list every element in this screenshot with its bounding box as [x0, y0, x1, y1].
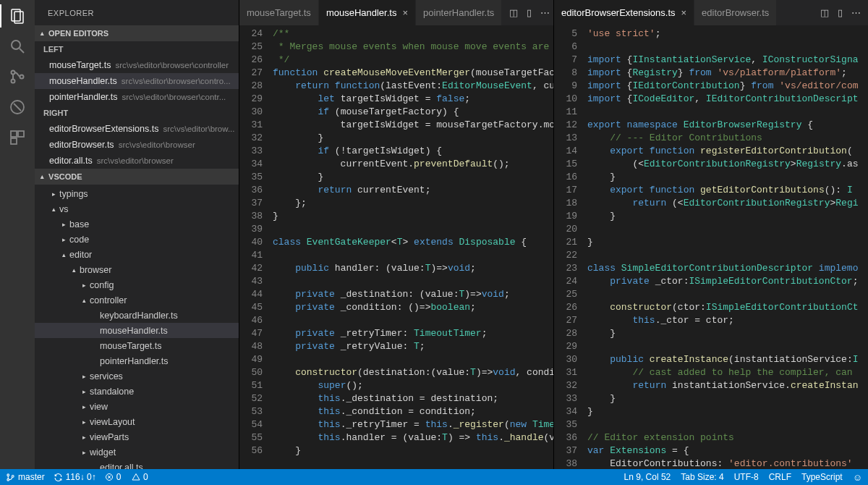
svg-point-4	[12, 71, 15, 75]
svg-point-5	[12, 80, 15, 83]
svg-rect-10	[18, 131, 24, 137]
editor-tab[interactable]: editorBrowser.ts	[694, 0, 777, 25]
close-icon[interactable]: ×	[681, 7, 687, 18]
editor-tab[interactable]: mouseHandler.ts×	[319, 0, 416, 25]
code-editor[interactable]: 5678910111213141516171819202122232425262…	[554, 25, 868, 469]
svg-point-12	[7, 473, 9, 476]
svg-point-14	[12, 475, 14, 477]
tree-item[interactable]: ▸widget	[35, 444, 239, 460]
editor-tab[interactable]: editorBrowserExtensions.ts×	[554, 0, 694, 25]
open-editor-item[interactable]: mouseHandler.tssrc\vs\editor\browser\con…	[35, 73, 239, 89]
tree-item[interactable]: ▸services	[35, 368, 239, 384]
editor-tab[interactable]: mouseTarget.ts	[239, 0, 319, 25]
search-icon[interactable]	[7, 36, 27, 56]
file-tree: ▸typings▴vs▸base▸code▴editor▴browser▸con…	[35, 185, 239, 469]
tree-item[interactable]: ▴vs	[35, 201, 239, 216]
sync-status[interactable]: 116↓ 0↑	[54, 472, 96, 482]
branch-status[interactable]: master	[6, 472, 45, 482]
close-icon[interactable]: ×	[402, 7, 408, 18]
status-bar: master 116↓ 0↑ 0 0 Ln 9, Col 52 Tab Size…	[0, 469, 868, 485]
tree-item[interactable]: ▸viewParts	[35, 429, 239, 444]
split-icon[interactable]: ◫	[509, 7, 518, 18]
tree-item[interactable]: editor.all.ts	[35, 460, 239, 469]
encoding-status[interactable]: UTF-8	[734, 472, 759, 483]
tab-bar: editorBrowserExtensions.ts×editorBrowser…	[554, 0, 868, 25]
more-icon[interactable]: ⋯	[540, 7, 550, 18]
open-editors-group: LEFT	[35, 41, 239, 57]
code-editor[interactable]: 2425262728293031323334353637383940414243…	[239, 25, 553, 469]
split-icon[interactable]: ◫	[820, 7, 829, 18]
svg-rect-11	[11, 138, 17, 144]
extensions-icon[interactable]	[7, 127, 27, 148]
language-status[interactable]: TypeScript	[801, 472, 843, 483]
tree-item[interactable]: ▴controller	[35, 292, 239, 308]
open-editors-group: RIGHT	[35, 105, 239, 121]
open-editor-item[interactable]: editor.all.tssrc\vs\editor\browser	[35, 153, 239, 169]
svg-point-2	[12, 41, 20, 49]
sidebar: EXPLORER ▴ OPEN EDITORS LEFTmouseTarget.…	[35, 0, 239, 469]
tree-item[interactable]: ▴editor	[35, 247, 239, 262]
open-editor-item[interactable]: mouseTarget.tssrc\vs\editor\browser\cont…	[35, 57, 239, 73]
tree-item[interactable]: ▸view	[35, 399, 239, 414]
tree-item[interactable]: ▸typings	[35, 186, 239, 201]
open-editor-item[interactable]: pointerHandler.tssrc\vs\editor\browser\c…	[35, 89, 239, 105]
indent-status[interactable]: Tab Size: 4	[681, 472, 723, 483]
feedback-icon[interactable]: ☺	[853, 472, 862, 483]
tree-item[interactable]: ▸viewLayout	[35, 414, 239, 429]
svg-line-3	[20, 48, 24, 53]
project-header[interactable]: ▴ VSCODE	[35, 169, 239, 185]
svg-rect-9	[11, 131, 17, 137]
eol-status[interactable]: CRLF	[769, 472, 791, 483]
layout-icon[interactable]: ▯	[838, 7, 843, 18]
open-editors-header[interactable]: ▴ OPEN EDITORS	[35, 25, 239, 41]
errors-status[interactable]: 0 0	[105, 472, 148, 482]
tree-item[interactable]: ▸code	[35, 232, 239, 247]
cursor-position[interactable]: Ln 9, Col 52	[624, 472, 671, 483]
tree-item[interactable]: mouseTarget.ts	[35, 338, 239, 353]
explorer-icon[interactable]	[7, 6, 27, 26]
open-editor-item[interactable]: editorBrowserExtensions.tssrc\vs\editor\…	[35, 121, 239, 137]
tree-item[interactable]: pointerHandler.ts	[35, 353, 239, 368]
tree-item[interactable]: ▸standalone	[35, 384, 239, 399]
more-icon[interactable]: ⋯	[851, 7, 861, 18]
tab-bar: mouseTarget.tsmouseHandler.ts×pointerHan…	[239, 0, 553, 25]
svg-line-8	[14, 104, 21, 111]
tree-item[interactable]: mouseHandler.ts	[35, 323, 239, 338]
tree-item[interactable]: ▸base	[35, 216, 239, 232]
editor-region: mouseTarget.tsmouseHandler.ts×pointerHan…	[239, 0, 868, 469]
open-editor-item[interactable]: editorBrowser.tssrc\vs\editor\browser	[35, 137, 239, 153]
tree-item[interactable]: ▸config	[35, 277, 239, 292]
debug-icon[interactable]	[7, 97, 27, 117]
sidebar-title: EXPLORER	[35, 0, 239, 25]
tree-item[interactable]: ▴browser	[35, 262, 239, 277]
svg-point-6	[20, 75, 24, 79]
tree-item[interactable]: keyboardHandler.ts	[35, 308, 239, 323]
activity-bar	[0, 0, 35, 469]
svg-point-13	[7, 478, 9, 481]
source-control-icon[interactable]	[7, 67, 27, 87]
layout-icon[interactable]: ▯	[527, 7, 532, 18]
editor-tab[interactable]: pointerHandler.ts	[416, 0, 502, 25]
